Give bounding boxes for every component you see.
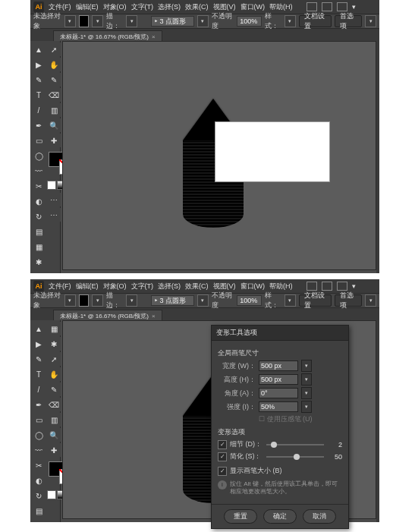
tool-grad[interactable]: ▥ xyxy=(47,103,61,117)
tool-scissor[interactable]: ✂ xyxy=(32,179,46,193)
tool-mesh[interactable]: ✎ xyxy=(47,382,61,396)
angle-dd[interactable] xyxy=(301,387,312,399)
canvas[interactable] xyxy=(62,41,376,270)
fill-swatch[interactable] xyxy=(79,15,89,27)
menu-object[interactable]: 对象(O) xyxy=(103,282,127,291)
tool-hand[interactable]: ✋ xyxy=(47,367,61,381)
layout-icon-3[interactable] xyxy=(337,282,347,291)
menu-select[interactable]: 选择(S) xyxy=(158,282,181,291)
opacity-value[interactable]: 100% xyxy=(237,16,261,27)
align-dd[interactable] xyxy=(365,294,376,307)
layout-icon-1[interactable] xyxy=(307,2,317,11)
tool-width[interactable]: ▤ xyxy=(32,225,46,238)
docsetup-button[interactable]: 文档设置 xyxy=(299,294,332,307)
menu-select[interactable]: 选择(S) xyxy=(158,2,181,12)
tool-erase[interactable]: ⌫ xyxy=(47,398,61,411)
tab-close-icon[interactable]: × xyxy=(152,313,156,320)
tool-direct[interactable]: ▶ xyxy=(32,337,46,351)
tool-select[interactable]: ▲ xyxy=(32,322,46,335)
brush-dd[interactable] xyxy=(197,15,209,27)
reset-button[interactable]: 重置 xyxy=(224,509,257,524)
intensity-input[interactable]: 50% xyxy=(259,401,298,412)
menu-help[interactable]: 帮助(H) xyxy=(269,2,293,12)
docsetup-button[interactable]: 文档设置 xyxy=(299,15,332,27)
intensity-dd[interactable] xyxy=(301,401,312,413)
style-dd[interactable] xyxy=(285,294,296,307)
width-input[interactable]: 500 px xyxy=(259,360,298,371)
brush-preset[interactable]: ‣ 3 点圆形 xyxy=(151,16,194,27)
style-dd[interactable] xyxy=(285,15,296,27)
tool-pencil[interactable]: 〰 xyxy=(32,164,46,178)
tool-rect[interactable]: ▭ xyxy=(32,413,46,427)
height-dd[interactable] xyxy=(301,373,312,386)
tool-line[interactable]: / xyxy=(32,103,46,117)
tool-scissor[interactable]: ✂ xyxy=(32,458,46,472)
panel-edge-icon[interactable] xyxy=(376,38,379,273)
tool-tile[interactable]: ⋯ xyxy=(47,208,61,222)
opacity-value[interactable]: 100% xyxy=(237,295,261,306)
tool-brush[interactable]: ✒ xyxy=(32,398,46,411)
menu-type[interactable]: 文字(T) xyxy=(131,2,154,12)
tool-type[interactable]: T xyxy=(32,88,46,102)
menu-type[interactable]: 文字(T) xyxy=(131,282,154,291)
tool-persp[interactable]: ➚ xyxy=(47,42,61,56)
tool-pencil[interactable]: 〰 xyxy=(32,443,46,457)
tool-add[interactable]: ✚ xyxy=(47,134,61,147)
layout-icon-2[interactable] xyxy=(322,2,332,11)
angle-input[interactable]: 0° xyxy=(259,388,298,398)
workspace-switcher[interactable]: ▾ xyxy=(352,282,356,290)
menu-view[interactable]: 视图(V) xyxy=(213,282,236,291)
tool-grad[interactable]: ▥ xyxy=(47,413,61,427)
tool-zoom[interactable]: 🔍 xyxy=(47,118,61,132)
tool-ellipse[interactable]: ◯ xyxy=(32,428,46,442)
tool-shape[interactable]: ✱ xyxy=(32,255,46,269)
tool-screen[interactable]: ⋯ xyxy=(47,193,61,206)
menu-file[interactable]: 文件(F) xyxy=(49,282,71,291)
menu-view[interactable]: 视图(V) xyxy=(213,2,236,12)
height-input[interactable]: 500 px xyxy=(259,374,298,385)
tool-mesh[interactable]: ✎ xyxy=(47,73,61,87)
brush-dd[interactable] xyxy=(197,294,209,307)
tool-rect[interactable]: ▭ xyxy=(32,134,46,147)
menu-window[interactable]: 窗口(W) xyxy=(241,2,266,12)
tool-direct[interactable]: ▶ xyxy=(32,58,46,71)
tool-line[interactable]: / xyxy=(32,382,46,396)
fill-dd[interactable] xyxy=(92,15,103,27)
tool-reflect[interactable]: ↻ xyxy=(32,209,46,223)
stroke-dd[interactable] xyxy=(126,294,137,307)
tool-type[interactable]: T xyxy=(32,367,46,381)
tool-persp[interactable]: ➚ xyxy=(47,352,61,366)
menu-help[interactable]: 帮助(H) xyxy=(269,282,293,291)
layout-icon-2[interactable] xyxy=(322,282,332,291)
panel-edge-icon[interactable] xyxy=(376,317,379,522)
show-brush-size-checkbox[interactable]: ✓ xyxy=(218,467,227,476)
fill-dd[interactable] xyxy=(92,294,103,307)
brush-preset[interactable]: ‣ 3 点圆形 xyxy=(151,295,194,306)
width-dd[interactable] xyxy=(301,360,312,372)
tool-rotate[interactable]: ◐ xyxy=(32,194,46,208)
tool-erase[interactable]: ⌫ xyxy=(47,88,61,102)
tool-rotate[interactable]: ◐ xyxy=(32,474,46,487)
menu-file[interactable]: 文件(F) xyxy=(49,2,71,12)
tool-reflect[interactable]: ↻ xyxy=(32,489,46,502)
detail-checkbox[interactable]: ✓ xyxy=(218,440,227,449)
tool-free[interactable]: ▦ xyxy=(32,240,46,253)
menu-window[interactable]: 窗口(W) xyxy=(241,282,266,291)
menu-effect[interactable]: 效果(C) xyxy=(185,2,209,12)
ok-button[interactable]: 确定 xyxy=(263,509,297,524)
tool-free[interactable]: ▦ xyxy=(47,322,61,335)
menu-edit[interactable]: 编辑(E) xyxy=(76,282,99,291)
tool-pen[interactable]: ✎ xyxy=(32,352,46,366)
stroke-dd[interactable] xyxy=(126,15,137,27)
layout-icon-1[interactable] xyxy=(307,282,317,291)
tool-shape[interactable]: ✱ xyxy=(47,337,61,351)
fill-swatch[interactable] xyxy=(79,294,89,307)
menu-edit[interactable]: 编辑(E) xyxy=(76,2,99,12)
tool-brush[interactable]: ✒ xyxy=(32,118,46,132)
prefs-button[interactable]: 首选项 xyxy=(335,294,362,307)
tool-add[interactable]: ✚ xyxy=(47,443,61,457)
tool-ellipse[interactable]: ◯ xyxy=(32,149,46,162)
tool-zoom[interactable]: 🔍 xyxy=(47,428,61,442)
selection-dd[interactable] xyxy=(64,294,76,307)
align-dd[interactable] xyxy=(365,15,376,27)
